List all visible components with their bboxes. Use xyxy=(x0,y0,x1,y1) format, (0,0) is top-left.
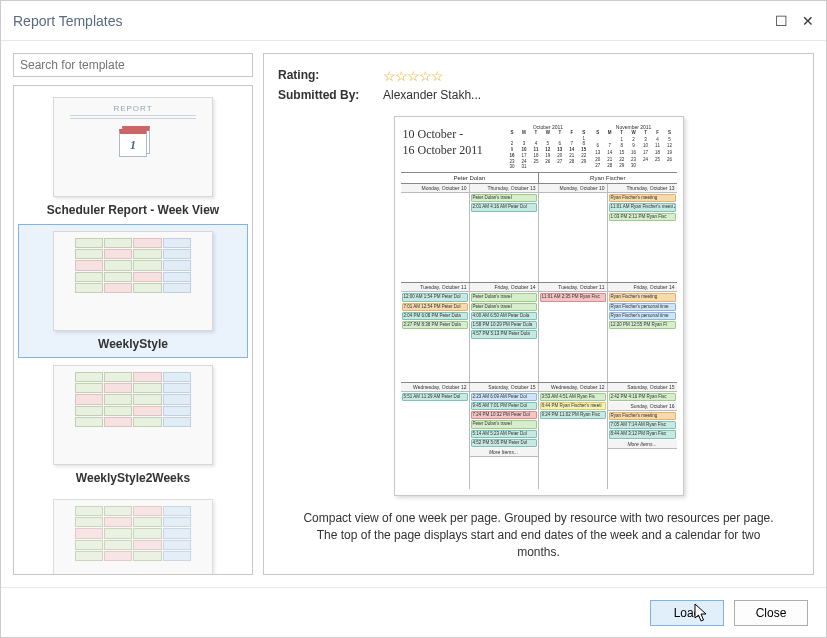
day-header: Thursday, October 13 xyxy=(608,184,677,193)
more-items: More Items... xyxy=(608,440,677,449)
day-header: Friday, October 14 xyxy=(608,283,677,292)
event-item: 1:03 PM 2:11 PM Ryan Fisc xyxy=(609,213,676,221)
event-item: 9:24 PM 11:02 PM Ryan Fisc xyxy=(540,411,606,419)
search-input[interactable] xyxy=(13,53,253,77)
day-col: Thursday, October 13 Ryan Fischer's meet… xyxy=(608,184,677,282)
day-col: Wednesday, October 12 5:51 AM 11:29 AM P… xyxy=(401,383,470,489)
button-bar: Load Close xyxy=(1,587,826,637)
template-label: Scheduler Report - Week View xyxy=(47,203,219,217)
resource-2: Ryan Fischer xyxy=(539,173,677,183)
rating-row: Rating: ☆☆☆☆☆ xyxy=(278,68,799,84)
event-item: 2:42 PM 4:16 PM Ryan Fisc xyxy=(609,393,676,401)
titlebar-controls: ☐ ✕ xyxy=(775,13,814,29)
submitted-label: Submitted By: xyxy=(278,88,383,102)
close-icon[interactable]: ✕ xyxy=(802,13,814,29)
day-header: Sunday, October 16 xyxy=(608,402,677,411)
content-area: REPORT 1 Scheduler Report - Week View xyxy=(1,41,826,587)
close-button[interactable]: Close xyxy=(734,600,808,626)
resource-1: Peter Dolan xyxy=(401,173,540,183)
event-item: Ryan Fischer's meeting xyxy=(609,194,676,202)
preview-area: 10 October - 16 October 2011 October 201… xyxy=(278,116,799,496)
day-col: Monday, October 10 xyxy=(401,184,470,282)
event-item: 4:00 AM 6:50 AM Peter Dola xyxy=(471,312,537,320)
day-header: Tuesday, October 11 xyxy=(401,283,469,292)
event-item: Peter Dolan's travel xyxy=(471,420,537,428)
event-item: Ryan Fischer's personal time xyxy=(609,303,676,311)
more-items: More Items... xyxy=(470,448,538,457)
window-title: Report Templates xyxy=(13,13,775,29)
day-header: Saturday, October 15 xyxy=(470,383,538,392)
template-label: WeeklyStyle2Weeks xyxy=(76,471,190,485)
event-item: Ryan Fischer's meeting xyxy=(609,412,676,420)
thumb-mini-grid xyxy=(75,238,192,293)
day-col: Wednesday, October 12 3:53 AM 4:51 AM Ry… xyxy=(539,383,608,489)
mini-cal-grid: SMTWTFS123456789101112131415161718192021… xyxy=(506,131,590,171)
template-thumb xyxy=(53,365,213,465)
load-button[interactable]: Load xyxy=(650,600,724,626)
template-item-extra[interactable] xyxy=(18,492,248,574)
day-col: Friday, October 14 Ryan Fischer's meetin… xyxy=(608,283,677,381)
day-header: Wednesday, October 12 xyxy=(401,383,469,392)
template-thumb xyxy=(53,499,213,574)
date-range-line1: 10 October - xyxy=(403,127,504,143)
day-col: Tuesday, October 11 11:01 AM 2:35 PM Rya… xyxy=(539,283,608,381)
event-item: 12:00 AM 1:54 PM Peter Dol xyxy=(402,293,468,301)
event-item: Ryan Fischer's meeting xyxy=(609,293,676,301)
day-col: Monday, October 10 xyxy=(539,184,608,282)
event-item: 8:44 PM Ryan Fischer's meeti xyxy=(540,402,606,410)
event-item: 12:20 PM 12:55 PM Ryan Fi xyxy=(609,321,676,329)
event-item: 8:44 AM 3:12 PM Ryan Fisc xyxy=(609,430,676,438)
event-item: Ryan Fischer's personal time xyxy=(609,312,676,320)
event-item: 11:01 AM 2:35 PM Ryan Fisc xyxy=(540,293,606,301)
submitted-value: Alexander Stakh... xyxy=(383,88,481,102)
event-item: 7:24 PM 10:32 PM Peter Dol xyxy=(471,411,537,419)
event-item: 2:27 PM 8:38 PM Peter Dola xyxy=(402,321,468,329)
maximize-icon[interactable]: ☐ xyxy=(775,13,788,29)
event-item: 3:53 AM 4:51 AM Ryan Fis xyxy=(540,393,606,401)
preview-header: 10 October - 16 October 2011 October 201… xyxy=(401,123,677,173)
template-item-weeklystyle[interactable]: WeeklyStyle xyxy=(18,224,248,358)
rating-stars[interactable]: ☆☆☆☆☆ xyxy=(383,68,443,84)
template-description: Compact view of one week per page. Group… xyxy=(278,506,799,560)
template-list[interactable]: REPORT 1 Scheduler Report - Week View xyxy=(14,86,252,574)
event-item: 7:01 AM 12:54 PM Peter Dol xyxy=(402,303,468,311)
day-header: Friday, October 14 xyxy=(470,283,538,292)
template-label: WeeklyStyle xyxy=(98,337,168,351)
preview-page: 10 October - 16 October 2011 October 201… xyxy=(394,116,684,496)
day-header: Monday, October 10 xyxy=(401,184,469,193)
day-header: Thursday, October 13 xyxy=(470,184,538,193)
resource-headers: Peter Dolan Ryan Fischer xyxy=(401,173,677,184)
mini-calendar-november: November 2011 SMTWTFS1234567891011121314… xyxy=(591,123,677,172)
thumb-lines xyxy=(70,115,196,119)
calendar-icon: 1 xyxy=(119,129,147,157)
submitted-row: Submitted By: Alexander Stakh... xyxy=(278,88,799,102)
day-col: Saturday, October 15 2:23 AM 6:09 AM Pet… xyxy=(470,383,539,489)
template-list-wrapper: REPORT 1 Scheduler Report - Week View xyxy=(13,85,253,575)
template-thumb: REPORT 1 xyxy=(53,97,213,197)
event-item: Peter Dolan's travel xyxy=(471,293,537,301)
thumb-mini-grid xyxy=(75,506,192,561)
report-templates-window: Report Templates ☐ ✕ REPORT 1 xyxy=(0,0,827,638)
titlebar: Report Templates ☐ ✕ xyxy=(1,1,826,41)
day-header: Monday, October 10 xyxy=(539,184,607,193)
date-range-line2: 16 October 2011 xyxy=(403,143,504,159)
day-col: Saturday, October 15 2:42 PM 4:16 PM Rya… xyxy=(608,383,677,489)
event-item: Peter Dolan's travel xyxy=(471,303,537,311)
event-item: 7:05 AM 7:14 AM Ryan Fisc xyxy=(609,421,676,429)
mini-calendar-october: October 2011 SMTWTFS12345678910111213141… xyxy=(505,123,591,172)
event-item: 2:01 AM 4:16 AM Peter Dol xyxy=(471,203,537,211)
template-item-weeklystyle2weeks[interactable]: WeeklyStyle2Weeks xyxy=(18,358,248,492)
event-item: 11:01 AM Ryan Fischer's meeti 2:18 AM xyxy=(609,203,676,211)
mini-cal-grid: SMTWTFS123456789101112131415161718192021… xyxy=(592,131,676,171)
event-item: Peter Dolan's travel xyxy=(471,194,537,202)
thumb-mini-grid xyxy=(75,372,192,427)
event-item: 5:14 AM 5:23 AM Peter Dol xyxy=(471,430,537,438)
event-item: 4:52 PM 5:05 PM Peter Dol xyxy=(471,439,537,447)
event-item: 2:23 AM 6:09 AM Peter Dol xyxy=(471,393,537,401)
template-thumb xyxy=(53,231,213,331)
event-item: 4:57 PM 5:13 PM Peter Dola xyxy=(471,330,537,338)
event-item: 5:51 AM 11:29 AM Peter Dol xyxy=(402,393,468,401)
rating-label: Rating: xyxy=(278,68,383,84)
preview-panel: Rating: ☆☆☆☆☆ Submitted By: Alexander St… xyxy=(263,53,814,575)
template-item-scheduler-week[interactable]: REPORT 1 Scheduler Report - Week View xyxy=(18,90,248,224)
